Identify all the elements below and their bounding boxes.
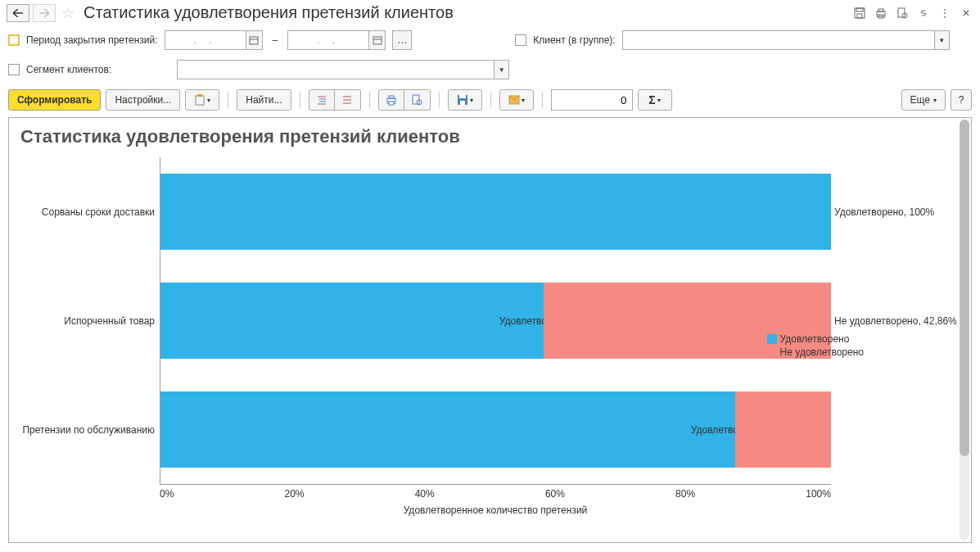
expand-icon [316,94,327,106]
legend-label-0: Удовлетворено [780,333,850,345]
x-tick-4: 80% [675,488,695,500]
print-button[interactable] [874,6,888,20]
chevron-down-icon: ▾ [933,97,937,104]
favorite-button[interactable]: ☆ [59,4,77,22]
date-from-picker[interactable] [246,30,263,50]
bar-row-2: Удовлетворено, 85,71% [160,375,831,484]
client-checkbox[interactable] [515,34,526,46]
close-icon: ✕ [962,7,970,19]
svg-rect-2 [857,14,862,18]
date-to-picker[interactable] [369,30,386,50]
period-label: Период закрытия претензий: [26,34,158,46]
calendar-icon [373,35,382,45]
legend-swatch-unsatisfied [767,347,777,357]
help-button[interactable]: ? [951,89,972,111]
arrow-right-icon [39,9,49,17]
sum-input[interactable] [551,89,633,111]
client-dropdown[interactable]: ▼ [622,30,950,50]
legend: Удовлетворено Не удовлетворено [767,333,864,360]
mail-icon [508,95,520,105]
date-from-input[interactable]: . . [165,30,246,50]
bar-satisfied-2: Удовлетворено, 85,71% [160,391,735,468]
more-menu-button[interactable]: ⋮ [937,6,952,20]
link-button[interactable] [916,6,931,20]
chevron-down-icon: ▾ [470,97,473,104]
chevron-down-icon: ▾ [522,97,525,104]
segment-checkbox[interactable] [8,64,20,75]
page-magnify-icon [411,94,422,106]
bar-label-1-1: Не удовлетворено, 42,86% [834,315,957,327]
x-tick-3: 60% [545,488,565,500]
page-magnify-icon [896,7,908,19]
svg-rect-27 [459,95,466,98]
chevron-down-icon: ▼ [938,37,945,44]
find-button[interactable]: Найти... [237,89,291,111]
bar-row-1: Удовлетворено, 57,14% Не удовлетворено, … [160,266,831,375]
legend-label-1: Не удовлетворено [780,346,864,358]
svg-rect-12 [196,96,204,105]
client-input[interactable] [623,34,934,47]
svg-rect-8 [250,37,258,44]
scrollbar-thumb[interactable] [960,120,969,456]
svg-rect-4 [878,9,883,11]
segment-input[interactable] [178,64,494,76]
y-category-0: Сорваны сроки доставки [20,157,160,266]
period-options-button[interactable]: … [392,30,412,50]
segment-dropdown[interactable]: ▼ [177,60,509,79]
date-dash: – [273,34,278,46]
client-label: Клиент (в группе): [533,34,615,46]
segment-dropdown-button[interactable]: ▼ [494,61,508,79]
scrollbar[interactable] [960,120,969,541]
collapse-icon [341,94,353,106]
sum-button[interactable]: Σ ▾ [638,89,672,111]
bar-satisfied-1: Удовлетворено, 57,14% [160,283,544,359]
chevron-down-icon: ▼ [499,66,505,74]
nav-forward-button[interactable] [33,4,56,22]
bar-label-0-0: Удовлетворено, 100% [834,206,934,218]
x-tick-2: 40% [415,488,435,500]
bar-row-0: Удовлетворено, 100% [160,157,831,266]
print-icon [875,7,887,19]
svg-rect-22 [389,96,394,98]
legend-swatch-satisfied [767,334,777,344]
x-tick-1: 20% [285,488,305,500]
star-icon: ☆ [61,4,75,22]
segment-label: Сегмент клиентов: [26,64,111,75]
y-category-2: Претензии по обслуживанию [20,376,160,485]
period-checkbox[interactable] [8,34,20,46]
more-button[interactable]: Еще ▾ [901,89,946,111]
date-to-input[interactable]: . . [287,30,369,50]
svg-rect-6 [898,8,905,17]
nav-back-button[interactable] [7,4,29,22]
save-report-button[interactable]: ▾ [448,89,482,111]
save-button[interactable] [852,6,867,20]
collapse-button[interactable] [335,89,361,111]
svg-rect-10 [373,37,382,44]
sigma-icon: Σ [648,93,655,106]
settings-button[interactable]: Настройки... [106,89,180,111]
close-button[interactable]: ✕ [959,6,973,20]
page-title: Статистика удовлетворения претензий клие… [84,3,849,22]
svg-rect-23 [389,102,394,105]
report-area: Статистика удовлетворения претензий клие… [8,117,972,543]
floppy-icon [854,7,865,19]
chevron-down-icon: ▾ [657,97,661,104]
svg-rect-24 [413,95,419,104]
link-icon [918,7,929,19]
floppy-icon [457,94,468,106]
calendar-icon [249,35,259,45]
ellipsis-icon: … [397,34,407,46]
variants-button[interactable]: ▾ [185,89,219,111]
dots-vertical-icon: ⋮ [940,7,950,19]
generate-button[interactable]: Сформировать [8,89,101,111]
print-report-button[interactable] [378,89,404,111]
print-icon [386,94,397,106]
clipboard-icon [194,94,205,106]
expand-button[interactable] [309,89,335,111]
arrow-left-icon [13,9,23,17]
send-button[interactable]: ▾ [499,89,534,111]
preview-report-button[interactable] [404,89,431,111]
client-dropdown-button[interactable]: ▼ [934,31,949,49]
bar-unsatisfied-2 [735,391,831,468]
preview-button[interactable] [895,6,910,20]
